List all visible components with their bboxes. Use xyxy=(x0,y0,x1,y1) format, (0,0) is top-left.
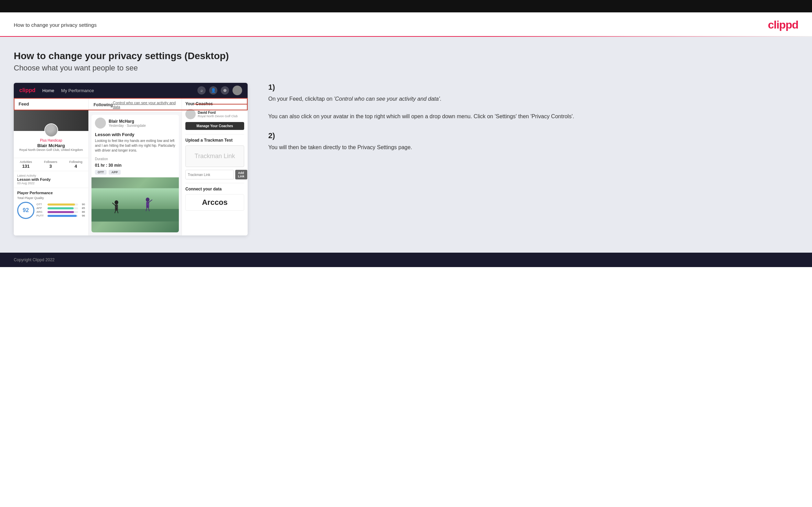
trackman-input-area: Trackman Link xyxy=(185,145,244,167)
profile-avatar-inner xyxy=(45,124,57,136)
user-icon[interactable]: 👤 xyxy=(209,86,217,95)
following-button[interactable]: Following xyxy=(94,102,113,107)
page-footer: Copyright Clippd 2022 xyxy=(0,253,812,267)
stat-following-value: 4 xyxy=(69,164,82,169)
intro-title: How to change your privacy settings (Des… xyxy=(14,51,798,62)
copyright-text: Copyright Clippd 2022 xyxy=(14,257,55,262)
trackman-link-input[interactable] xyxy=(185,170,234,179)
latest-activity-date: 03 Aug 2022 xyxy=(17,181,85,185)
app-body: Feed Plus Handicap Blair McHarg Royal No… xyxy=(14,98,248,235)
step1-number: 1) xyxy=(268,83,798,92)
tag-app: APP xyxy=(109,170,121,175)
top-bar xyxy=(0,0,812,12)
quality-bar-row: ARG 86 xyxy=(36,210,85,213)
post-duration-value: 01 hr : 30 min xyxy=(91,162,179,169)
bar-label: PUTT xyxy=(36,214,46,217)
step1-text: On your Feed, click/tap on 'Control who … xyxy=(268,95,798,121)
post-title: Lesson with Fordy xyxy=(91,131,179,139)
stat-activities: Activities 131 xyxy=(20,160,32,169)
svg-point-8 xyxy=(146,198,150,202)
step1-highlight: 'Control who can see your activity and d… xyxy=(334,96,440,102)
bar-fill xyxy=(47,215,77,217)
panel-divider-2 xyxy=(185,183,244,183)
main-content: How to change your privacy settings (Des… xyxy=(0,37,812,253)
latest-activity-label: Latest Activity xyxy=(17,174,85,177)
bar-label: APP xyxy=(36,207,46,210)
feed-and-highlight-wrapper: Feed Plus Handicap Blair McHarg Royal No… xyxy=(14,98,248,235)
connect-title: Connect your data xyxy=(185,187,244,191)
bar-label: OTT xyxy=(36,203,46,206)
clippd-logo: clippd xyxy=(768,19,798,31)
svg-rect-2 xyxy=(91,209,179,221)
latest-activity: Latest Activity Lesson with Fordy 03 Aug… xyxy=(14,171,88,188)
add-link-button[interactable]: Add Link xyxy=(235,170,247,179)
instruction-step-1: 1) On your Feed, click/tap on 'Control w… xyxy=(268,83,798,121)
quality-label: Total Player Quality xyxy=(17,196,85,200)
app-screenshot: clippd Home My Performance ⌕ 👤 ⊕ xyxy=(14,83,248,235)
app-nav: clippd Home My Performance ⌕ 👤 ⊕ xyxy=(14,83,248,98)
page-title: How to change your privacy settings xyxy=(14,22,97,28)
latest-activity-name: Lesson with Fordy xyxy=(17,177,85,181)
bar-value: 85 xyxy=(79,207,85,210)
manage-coaches-button[interactable]: Manage Your Coaches xyxy=(185,122,244,130)
quality-row: 92 OTT 90 APP 85 ARG 86 xyxy=(17,202,85,219)
profile-club: Royal North Devon Golf Club, United King… xyxy=(17,148,85,152)
step2-number: 2) xyxy=(268,131,798,140)
bar-value: 90 xyxy=(79,203,85,206)
coach-item: David Ford Royal North Devon Golf Club xyxy=(185,109,244,119)
bar-wrap xyxy=(47,211,78,213)
connect-section: Connect your data Arccos xyxy=(185,187,244,211)
step1-text-part2: . xyxy=(440,96,441,102)
bar-value: 96 xyxy=(79,214,85,217)
feed-following-bar: Following Control who can see your activ… xyxy=(89,98,182,112)
app-sidebar: Feed Plus Handicap Blair McHarg Royal No… xyxy=(14,98,89,235)
bar-wrap xyxy=(47,207,78,209)
bar-fill xyxy=(47,211,74,213)
notification-icon[interactable]: ⊕ xyxy=(221,86,229,95)
search-icon[interactable]: ⌕ xyxy=(197,86,206,95)
stat-followers-label: Followers xyxy=(44,160,57,164)
stat-activities-value: 131 xyxy=(20,164,32,169)
bar-wrap xyxy=(47,203,78,206)
profile-stats: Activities 131 Followers 3 Following 4 xyxy=(14,158,88,171)
step1-text-part1: On your Feed, click/tap on xyxy=(268,96,334,102)
bar-value: 86 xyxy=(79,210,85,213)
profile-name: Blair McHarg xyxy=(17,143,85,148)
nav-icons: ⌕ 👤 ⊕ xyxy=(197,86,242,95)
stat-following-label: Following xyxy=(69,160,82,164)
player-performance: Player Performance Total Player Quality … xyxy=(14,188,88,222)
avatar[interactable] xyxy=(232,86,242,95)
step2-text: You will then be taken directly to the P… xyxy=(268,143,798,152)
nav-link-performance[interactable]: My Performance xyxy=(61,88,94,93)
quality-bar-row: OTT 90 xyxy=(36,203,85,206)
stat-following: Following 4 xyxy=(69,160,82,169)
instruction-step-2: 2) You will then be taken directly to th… xyxy=(268,131,798,152)
app-right-panel: Your Coaches David Ford Royal North Devo… xyxy=(182,98,248,235)
arccos-logo: Arccos xyxy=(185,194,244,211)
trackman-title: Upload a Trackman Test xyxy=(185,138,244,143)
coach-club: Royal North Devon Golf Club xyxy=(198,114,238,118)
quality-circle: 92 xyxy=(17,202,34,219)
post-user-info: Blair McHarg Yesterday · Sunningdale xyxy=(109,119,146,128)
coach-name: David Ford xyxy=(198,111,238,114)
intro-subtitle: Choose what you want people to see xyxy=(14,64,798,73)
trackman-placeholder-label: Trackman Link xyxy=(189,153,240,160)
bar-label: ARG xyxy=(36,210,46,213)
post-duration-label: Duration xyxy=(91,156,179,162)
coach-avatar xyxy=(185,109,196,119)
quality-bars: OTT 90 APP 85 ARG 86 PUTT 96 xyxy=(36,203,85,218)
feed-tab[interactable]: Feed xyxy=(14,98,88,110)
performance-title: Player Performance xyxy=(17,191,85,195)
stat-followers: Followers 3 xyxy=(44,160,57,169)
control-privacy-link[interactable]: Control who can see your activity and da… xyxy=(113,101,177,109)
coach-info: David Ford Royal North Devon Golf Club xyxy=(198,111,238,118)
post-description: Looking to feel like my hands are exitin… xyxy=(91,139,179,156)
stat-followers-value: 3 xyxy=(44,164,57,169)
profile-handicap-label: Plus Handicap xyxy=(17,139,85,142)
quality-bar-row: PUTT 96 xyxy=(36,214,85,217)
stat-activities-label: Activities xyxy=(20,160,32,164)
nav-link-home[interactable]: Home xyxy=(42,88,54,93)
quality-bar-row: APP 85 xyxy=(36,207,85,210)
app-feed: Following Control who can see your activ… xyxy=(89,98,182,235)
coaches-section-title: Your Coaches xyxy=(185,101,244,106)
